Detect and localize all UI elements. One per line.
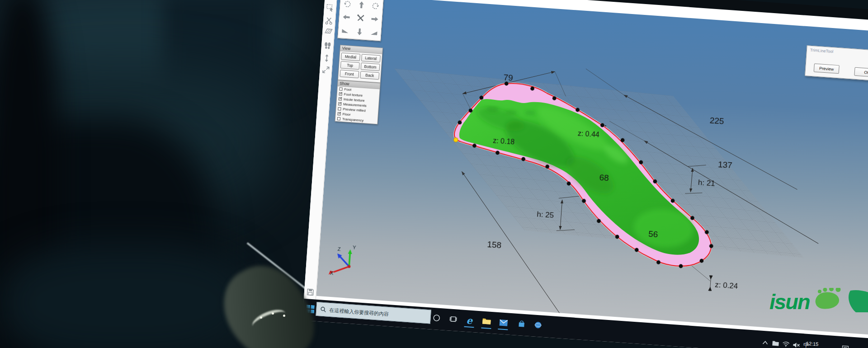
measurement-h25: h: 25	[537, 210, 554, 220]
trimlinetool-dialog: TrimLineTool Preview OK	[805, 45, 868, 81]
rotate-cw-icon[interactable]	[368, 0, 383, 13]
checkbox-foot-texture[interactable]: ✓	[339, 92, 342, 95]
measurement-z044: z: 0.44	[577, 129, 599, 138]
height-tool-icon[interactable]	[322, 53, 331, 62]
select-tool-icon[interactable]	[326, 4, 335, 13]
3d-scene: 79 225 137 158 68 56 h: 21 h: 25 z: 0.44…	[316, 0, 868, 339]
pan-up-icon[interactable]	[354, 0, 369, 12]
measurement-158: 158	[487, 240, 502, 250]
wifi-icon[interactable]	[780, 339, 792, 348]
store-icon[interactable]	[515, 318, 527, 330]
search-icon	[320, 306, 326, 312]
preview-button[interactable]: Preview	[814, 63, 840, 74]
brand-text: isun	[769, 289, 810, 314]
pan-left-icon[interactable]	[339, 10, 354, 25]
selected-control-point	[453, 137, 458, 142]
view-front-button[interactable]: Front	[340, 70, 359, 78]
pan-right-icon[interactable]	[367, 12, 382, 27]
checkbox-foot[interactable]	[339, 87, 342, 90]
mail-active-underline	[498, 329, 508, 330]
photo-blur-mid	[0, 68, 280, 217]
browser-circle-icon[interactable]	[532, 319, 544, 331]
checkbox-insole-texture[interactable]: ✓	[339, 97, 342, 100]
cortana-icon[interactable]	[431, 312, 443, 324]
checkbox-floor[interactable]: ✓	[337, 112, 340, 115]
rotate-ccw-icon[interactable]	[340, 0, 355, 11]
measurement-56: 56	[648, 229, 659, 239]
show-foot-label: Foot	[344, 87, 351, 92]
measurement-137: 137	[717, 160, 732, 170]
3d-viewport[interactable]: 79 225 137 158 68 56 h: 21 h: 25 z: 0.44…	[316, 0, 868, 339]
action-center-icon[interactable]	[839, 343, 851, 348]
search-input[interactable]	[329, 307, 424, 319]
measurement-68: 68	[599, 173, 609, 183]
ring-sparkle	[272, 312, 274, 315]
axis-triad: X Y Z	[329, 243, 357, 277]
view-top-button[interactable]: Top	[340, 61, 360, 70]
z-024-marker	[708, 275, 712, 291]
axis-z-label: Z	[337, 246, 341, 252]
fit-view-tool-icon[interactable]	[321, 65, 330, 74]
checkbox-measurements[interactable]: ✓	[338, 102, 341, 105]
ring-sparkle	[260, 316, 262, 319]
view-lateral-button[interactable]: Lateral	[361, 54, 381, 62]
measurement-225: 225	[709, 116, 724, 126]
checkbox-preview-milled[interactable]	[338, 107, 341, 110]
tray-chevron-icon[interactable]	[760, 337, 771, 348]
tray-folder-icon[interactable]	[770, 338, 782, 348]
show-transparency-label: Transparency	[342, 117, 364, 122]
pan-down-icon[interactable]	[352, 24, 367, 39]
foot-logo-icon	[811, 288, 868, 312]
measurement-h21: h: 21	[698, 178, 715, 188]
photo-dark-strip	[0, 0, 59, 348]
scissors-tool-icon[interactable]	[325, 16, 334, 25]
view-medial-button[interactable]: Medial	[341, 52, 360, 61]
view-panel: View Medial Lateral Top Bottom Front Bac…	[338, 45, 383, 83]
axis-x-label: X	[330, 270, 334, 276]
measurement-z024: z: 0.24	[715, 280, 738, 291]
explorer-active-underline	[481, 327, 491, 329]
save-icon[interactable]	[306, 287, 315, 296]
edge-active-underline	[464, 326, 474, 328]
photo-desk-shadow	[0, 244, 253, 348]
measurement-79: 79	[503, 73, 514, 83]
checkbox-transparency[interactable]	[337, 117, 340, 120]
view-back-button[interactable]: Back	[360, 71, 379, 80]
measurement-z018: z: 0.18	[493, 136, 515, 146]
brand-watermark: isun	[769, 289, 868, 314]
trim-hatch-tool-icon[interactable]	[324, 27, 333, 36]
navigation-pad	[337, 0, 384, 41]
insoles-tool-icon[interactable]	[323, 41, 332, 50]
tilt-left-icon[interactable]	[338, 24, 353, 38]
tilt-right-icon[interactable]	[366, 26, 381, 40]
show-panel: Show Foot ✓ Foot texture ✓ Insole textur…	[335, 80, 380, 124]
file-explorer-icon[interactable]	[481, 315, 493, 327]
ok-button[interactable]: OK	[854, 67, 868, 78]
mail-icon[interactable]	[498, 317, 509, 329]
task-view-icon[interactable]	[448, 313, 459, 325]
view-bottom-button[interactable]: Bottom	[361, 62, 380, 71]
settings-tools-icon[interactable]	[353, 11, 368, 26]
taskbar-search[interactable]	[316, 302, 431, 324]
edge-icon[interactable]: e	[464, 315, 476, 326]
person-silhouette	[0, 118, 217, 348]
show-floor-label: Floor	[342, 112, 350, 117]
axis-y-label: Y	[353, 245, 357, 250]
ring-sparkle	[283, 315, 285, 317]
